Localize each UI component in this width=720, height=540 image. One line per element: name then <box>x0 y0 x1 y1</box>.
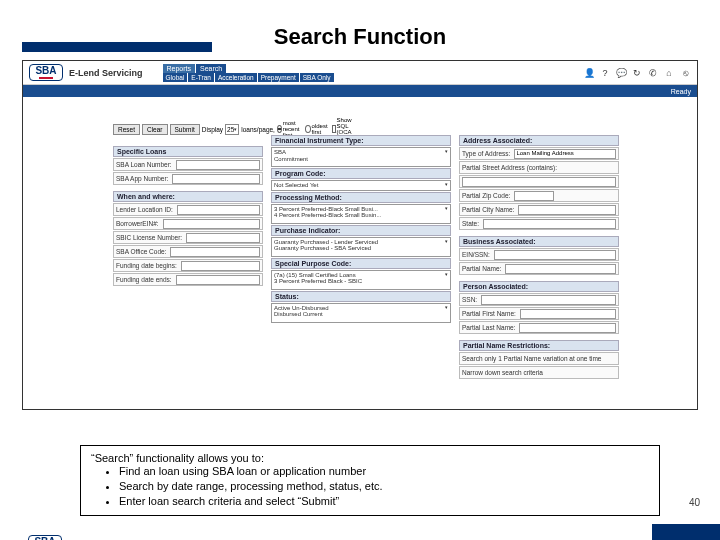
head-purchase-indicator: Purchase Indicator: <box>271 225 451 236</box>
display-pre: Display <box>202 126 223 133</box>
input-funding-end[interactable] <box>176 275 260 285</box>
user-icon[interactable]: 👤 <box>583 67 595 79</box>
input-lender-location[interactable] <box>177 205 260 215</box>
list-processing-method[interactable]: 3 Percent Preferred-Black Small Busi... … <box>271 204 451 224</box>
notes-bullet-1: Find an loan using SBA loan or applicati… <box>119 464 649 479</box>
input-borrower-ein[interactable] <box>163 219 260 229</box>
field-borrower-ein: BorrowerEIN#: <box>113 217 263 230</box>
submit-button[interactable]: Submit <box>170 124 200 135</box>
head-special-purpose: Special Purpose Code: <box>271 258 451 269</box>
display-select[interactable]: 25 <box>225 124 239 135</box>
column-associated: Address Associated: Type of Address:Loan… <box>459 117 619 379</box>
head-processing-method: Processing Method: <box>271 192 451 203</box>
form-toolbar: Reset Clear Submit Display 25 loans/page… <box>113 117 263 141</box>
column-filters: Financial Instrument Type: SBA Commitmen… <box>271 117 451 379</box>
section-partial-restrictions: Partial Name Restrictions: <box>459 340 619 351</box>
sba-logo: SBA <box>29 64 63 81</box>
input-type-address[interactable]: Loan Mailing Address <box>514 149 616 159</box>
field-partial-city: Partial City Name: <box>459 203 619 216</box>
input-sbic-license[interactable] <box>186 233 260 243</box>
input-person-ssn[interactable] <box>481 295 616 305</box>
head-status: Status: <box>271 291 451 302</box>
section-business-assoc: Business Associated: <box>459 236 619 247</box>
logo-text: SBA <box>35 65 56 76</box>
notes-box: “Search” functionality allows you to: Fi… <box>80 445 660 516</box>
reset-button[interactable]: Reset <box>113 124 140 135</box>
notes-bullet-2: Search by date range, processing method,… <box>119 479 649 494</box>
list-special-purpose[interactable]: (7a) (15) Small Certified Loans 3 Percen… <box>271 270 451 290</box>
logout-icon[interactable]: ⎋ <box>679 67 691 79</box>
subtab-sbaonly[interactable]: SBA Only <box>300 73 334 82</box>
field-sba-loan-number: SBA Loan Number: <box>113 158 263 171</box>
brand-label: E-Lend Servicing <box>69 68 143 78</box>
section-address-assoc: Address Associated: <box>459 135 619 146</box>
column-specific-loans: Reset Clear Submit Display 25 loans/page… <box>113 117 263 379</box>
input-partial-first[interactable] <box>520 309 616 319</box>
tab-reports[interactable]: Reports <box>163 64 196 73</box>
field-partial-street-input <box>459 175 619 188</box>
field-state: State: <box>459 217 619 230</box>
refresh-icon[interactable]: ↻ <box>631 67 643 79</box>
field-person-ssn: SSN: <box>459 293 619 306</box>
notes-lead: “Search” functionality allows you to: <box>91 452 649 464</box>
field-sba-office-code: SBA Office Code: <box>113 245 263 258</box>
subtab-etran[interactable]: E-Tran <box>188 73 214 82</box>
header-icons: 👤 ? 💬 ↻ ✆ ⌂ ⎋ <box>583 67 697 79</box>
input-partial-city[interactable] <box>518 205 616 215</box>
input-state[interactable] <box>483 219 616 229</box>
input-funding-begin[interactable] <box>181 261 260 271</box>
list-purchase-indicator[interactable]: Guaranty Purchased - Lender Serviced Gua… <box>271 237 451 257</box>
field-funding-begin: Funding date begins: <box>113 259 263 272</box>
subtab-prepayment[interactable]: Prepayment <box>258 73 299 82</box>
field-sbic-license: SBIC License Number: <box>113 231 263 244</box>
tab-search[interactable]: Search <box>196 64 226 73</box>
tab-row: Reports Search Global E-Tran Acceleratio… <box>163 64 334 82</box>
chat-icon[interactable]: 💬 <box>615 67 627 79</box>
input-sba-app-number[interactable] <box>172 174 260 184</box>
input-partial-last[interactable] <box>519 323 616 333</box>
field-partial-zip: Partial Zip Code: <box>459 189 619 202</box>
status-bar: Ready <box>23 85 697 97</box>
field-lender-location: Lender Location ID: <box>113 203 263 216</box>
footer-accent-band <box>652 524 720 540</box>
top-accent-band <box>22 42 212 52</box>
input-sba-loan-number[interactable] <box>176 160 260 170</box>
field-sba-app-number: SBA App Number: <box>113 172 263 185</box>
input-sba-office-code[interactable] <box>170 247 260 257</box>
field-type-address: Type of Address:Loan Mailing Address <box>459 147 619 160</box>
footer-logo: SBA <box>28 535 62 540</box>
head-program-code: Program Code: <box>271 168 451 179</box>
head-fin-instrument: Financial Instrument Type: <box>271 135 451 146</box>
section-when-where: When and where: <box>113 191 263 202</box>
help-icon[interactable]: ? <box>599 67 611 79</box>
subtab-acceleration[interactable]: Acceleration <box>215 73 257 82</box>
section-person-assoc: Person Associated: <box>459 281 619 292</box>
app-window: SBA E-Lend Servicing Reports Search Glob… <box>22 60 698 410</box>
notes-bullet-3: Enter loan search criteria and select “S… <box>119 494 649 509</box>
list-fin-instrument[interactable]: SBA Commitment <box>271 147 451 167</box>
restriction-note-1: Search only 1 Partial Name variation at … <box>459 352 619 365</box>
section-specific-loans: Specific Loans <box>113 146 263 157</box>
input-biz-partial-name[interactable] <box>505 264 616 274</box>
field-partial-street: Partial Street Address (contains): <box>459 161 619 174</box>
list-program-code[interactable]: Not Selected Yet <box>271 180 451 191</box>
subtab-global[interactable]: Global <box>163 73 188 82</box>
logo-rule <box>39 77 53 79</box>
phone-icon[interactable]: ✆ <box>647 67 659 79</box>
field-biz-einssn: EIN/SSN: <box>459 248 619 261</box>
input-biz-einssn[interactable] <box>494 250 616 260</box>
input-partial-street[interactable] <box>462 177 616 187</box>
field-biz-partial-name: Partial Name: <box>459 262 619 275</box>
app-header: SBA E-Lend Servicing Reports Search Glob… <box>23 61 697 85</box>
input-partial-zip[interactable] <box>514 191 554 201</box>
list-status[interactable]: Active Un-Disbursed Disbursed Current <box>271 303 451 323</box>
field-funding-end: Funding date ends: <box>113 273 263 286</box>
field-partial-first: Partial First Name: <box>459 307 619 320</box>
restriction-note-2: Narrow down search criteria <box>459 366 619 379</box>
page-number: 40 <box>689 497 700 508</box>
clear-button[interactable]: Clear <box>142 124 168 135</box>
search-form: Reset Clear Submit Display 25 loans/page… <box>23 97 697 385</box>
display-post: loans/page, <box>241 126 275 133</box>
home-icon[interactable]: ⌂ <box>663 67 675 79</box>
field-partial-last: Partial Last Name: <box>459 321 619 334</box>
